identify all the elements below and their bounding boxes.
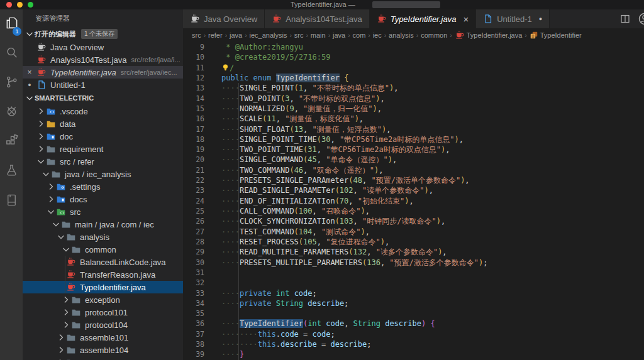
code-line[interactable]: 32: [183, 278, 644, 288]
tree-item-doc[interactable]: doc: [23, 130, 183, 143]
breadcrumb-item[interactable]: common: [421, 31, 447, 39]
line-number[interactable]: 19: [183, 145, 204, 155]
line-number[interactable]: 34: [183, 298, 204, 308]
tree-item-transferreason-java[interactable]: TransferReason.java: [23, 268, 183, 281]
tree-item--vscode[interactable]: .vscode: [23, 105, 183, 117]
activity-bar-item-source-control[interactable]: [0, 68, 23, 98]
code-line[interactable]: 29····READ_MULTIPLE_PARAMETERS(132, "读多个…: [183, 247, 644, 257]
line-number[interactable]: 39: [183, 349, 204, 359]
zoom-button[interactable]: [28, 2, 33, 8]
breadcrumb-item[interactable]: iec_analysis: [250, 31, 287, 39]
line-number[interactable]: 20: [183, 155, 204, 165]
close-button[interactable]: [6, 2, 12, 8]
line-number[interactable]: 23: [183, 185, 204, 195]
code-line[interactable]: 37········this.code = code;: [183, 329, 644, 339]
tab-analysis104test-java[interactable]: Analysis104Test.java: [265, 9, 369, 28]
close-icon[interactable]: ×: [23, 68, 36, 77]
dirty-dot-icon[interactable]: ●: [539, 16, 542, 22]
code-line[interactable]: 30····PRESETS_MULTIPLE_PARAMETERS(136, "…: [183, 258, 644, 268]
line-number[interactable]: 21: [183, 165, 204, 175]
line-number[interactable]: 16: [183, 114, 204, 124]
tree-item-data[interactable]: data: [23, 117, 183, 130]
tree-item-main-java-com-iec[interactable]: main / java / com / iec: [23, 218, 183, 231]
line-number[interactable]: 24: [183, 196, 204, 206]
code-line[interactable]: 12public enum TypeIdentifier {: [183, 73, 644, 83]
code-line[interactable]: 36····TypeIdentifier(int code, String de…: [183, 319, 644, 329]
code-line[interactable]: 15····NORMALIZED(9, "测量值，归一化值"),: [183, 104, 644, 114]
code-line[interactable]: 18····SINGLE_POINT_TIME(30, "带CP56Time2a…: [183, 134, 644, 145]
tree-item-docs[interactable]: docs: [23, 193, 183, 205]
activity-bar-item-files[interactable]: 1: [0, 9, 23, 39]
code-line[interactable]: 9 * @Author:zhangyu: [183, 42, 644, 52]
code-line[interactable]: 33····private int code;: [183, 288, 644, 298]
line-number[interactable]: 28: [183, 237, 204, 247]
line-number[interactable]: 11: [183, 63, 204, 73]
code-line[interactable]: 38········this.describe = describe;: [183, 339, 644, 349]
project-section-header[interactable]: SMARTELECTRIC: [23, 91, 183, 105]
split-editor-icon[interactable]: [620, 14, 630, 24]
close-icon[interactable]: ×: [463, 14, 469, 24]
line-number[interactable]: 25: [183, 206, 204, 216]
breadcrumb-item[interactable]: src: [192, 31, 201, 39]
line-number[interactable]: 30: [183, 258, 204, 268]
code-line[interactable]: 28····RESET_PROCESS(105, "复位进程命令"),: [183, 237, 644, 247]
tab-java-overview[interactable]: Java Overview: [183, 9, 265, 28]
tab-typeidentifier-java[interactable]: TypeIdentifier.java×: [370, 9, 477, 28]
line-number[interactable]: 18: [183, 134, 204, 145]
tree-item-analysis[interactable]: analysis: [23, 231, 183, 243]
code-line[interactable]: 27····TEST_COMMAND(104, "测试命令"),: [183, 227, 644, 237]
code-line[interactable]: 31: [183, 268, 644, 278]
tree-item-java-iec-analysis[interactable]: java / iec_analysis: [23, 168, 183, 180]
tree-item-requirement[interactable]: requirement: [23, 143, 183, 155]
code-line[interactable]: 11/: [183, 63, 644, 73]
line-number[interactable]: 27: [183, 227, 204, 237]
code-line[interactable]: 10 * @create2019/5/2716:59: [183, 52, 644, 62]
code-line[interactable]: 17····SHORT_FLOAT(13, "测量值，短浮点数"),: [183, 124, 644, 134]
activity-bar-item-test-flask[interactable]: [0, 157, 23, 187]
breadcrumb-item[interactable]: TypeIdentifier.java: [455, 30, 523, 40]
breadcrumb-item[interactable]: src: [294, 31, 304, 39]
tree-item--settings[interactable]: .settings: [23, 180, 183, 193]
line-number[interactable]: 22: [183, 175, 204, 185]
tree-item-src[interactable]: src: [23, 205, 183, 218]
line-number[interactable]: 33: [183, 288, 204, 298]
tree-item-assemble101[interactable]: assemble101: [23, 331, 183, 344]
tree-item-src-refer[interactable]: src / refer: [23, 155, 183, 168]
code-line[interactable]: 24····END_OF_INITIALIZATIon(70, "初始化结束")…: [183, 196, 644, 206]
line-number[interactable]: 32: [183, 278, 204, 288]
code-line[interactable]: 13····SINGLE_POINT(1, "不带时标的单点信息"),: [183, 83, 644, 93]
code-line[interactable]: 22····PRESETS_SINGLE_PARAmeter(48, "预置/激…: [183, 175, 644, 185]
line-number[interactable]: 37: [183, 329, 204, 339]
code-line[interactable]: 20····SINGLE_COMMAND(45, "单命令（遥控）"),: [183, 155, 644, 165]
tree-item-common[interactable]: common: [23, 243, 183, 256]
line-number[interactable]: 35: [183, 308, 204, 319]
activity-bar-item-search[interactable]: [0, 39, 23, 68]
tree-item-protocol104[interactable]: protocol104: [23, 319, 183, 331]
code-line[interactable]: 34····private String describe;: [183, 298, 644, 308]
tree-item-typeidentifier-java[interactable]: TypeIdentifier.java: [23, 281, 183, 293]
breadcrumb-item[interactable]: java: [333, 31, 345, 39]
open-editor-item[interactable]: ●Untitled-1: [23, 79, 183, 91]
tree-item-assemble104[interactable]: assemble104: [23, 344, 183, 356]
activity-bar-item-debug[interactable]: [0, 98, 23, 128]
line-number[interactable]: 12: [183, 73, 204, 83]
tab-untitled-1[interactable]: Untitled-1●: [476, 9, 550, 28]
breadcrumb-item[interactable]: TypeIdentifier: [530, 31, 582, 40]
breadcrumb-item[interactable]: main: [311, 31, 326, 39]
breadcrumb-item[interactable]: refer: [208, 31, 223, 39]
breadcrumb-item[interactable]: java: [230, 31, 242, 39]
open-editor-item[interactable]: Java Overview: [23, 41, 183, 53]
code-line[interactable]: 21····TWO_COMMAND(46, "双命令（遥控）"),: [183, 165, 644, 175]
code-line[interactable]: 26····CLOCK_SYNCHRONIZATIon(103, "时钟同步/读…: [183, 216, 644, 226]
line-number[interactable]: 29: [183, 247, 204, 257]
code-line[interactable]: 25····CALL_COMMAND(100, "召唤命令"),: [183, 206, 644, 216]
code-line[interactable]: 19····TWO_POINT_TIME(31, "带CP56Time2a时标的…: [183, 145, 644, 155]
code-line[interactable]: 16····SCALE(11, "测量值，标度化值"),: [183, 114, 644, 124]
breadcrumb-item[interactable]: analysis: [389, 31, 414, 39]
line-number[interactable]: 14: [183, 94, 204, 104]
code-editor[interactable]: 9 * @Author:zhangyu10 * @create2019/5/27…: [183, 42, 644, 360]
tree-item-partial[interactable]: [23, 356, 183, 360]
code-line[interactable]: 39····}: [183, 349, 644, 359]
breadcrumb-item[interactable]: iec: [373, 31, 382, 39]
line-number[interactable]: 17: [183, 124, 204, 134]
